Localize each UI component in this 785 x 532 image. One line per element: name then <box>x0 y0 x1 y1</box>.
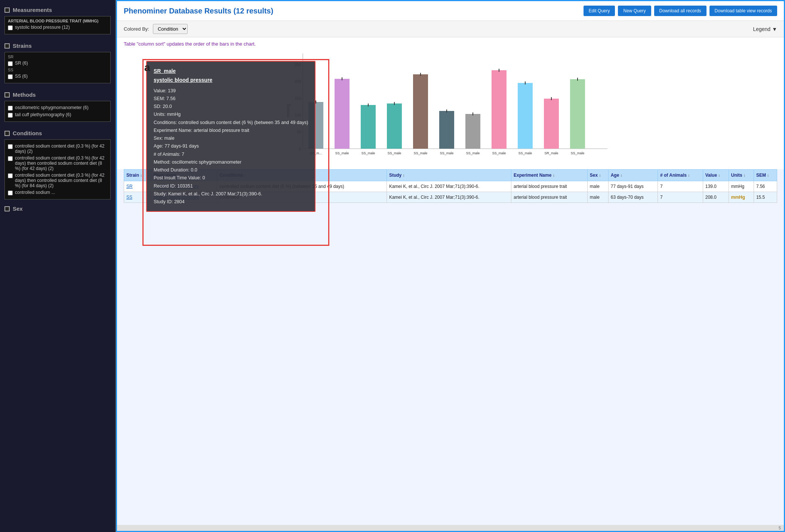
measurements-checkbox-icon <box>4 7 10 13</box>
cell-value-0: 139.0 <box>703 181 729 192</box>
tooltip-num-animals: # of Animals: 7 <box>154 151 308 158</box>
svg-text:SS_male: SS_male <box>335 151 349 155</box>
measurement-checkbox-systolic[interactable] <box>8 25 13 30</box>
svg-text:SS_male: SS_male <box>492 151 506 155</box>
chevron-down-icon: ▼ <box>772 26 777 32</box>
strain-sr-item[interactable]: SR (6) <box>8 61 107 66</box>
legend-button[interactable]: Legend ▼ <box>753 26 777 32</box>
methods-checkbox-icon <box>4 92 10 98</box>
edit-query-button[interactable]: Edit Query <box>584 6 615 16</box>
sr-label: SR <box>8 55 107 59</box>
tooltip-experiment-name: Experiment Name: arterial blood pressure… <box>154 127 308 134</box>
strains-section: Strains SR SR (6) SS SS (6) <box>0 40 115 89</box>
strain-ss-item[interactable]: SS (6) <box>8 74 107 79</box>
tooltip-sex: Sex: male <box>154 134 308 142</box>
strain-link-0[interactable]: SR <box>126 184 133 189</box>
col-study[interactable]: Study ↕ <box>387 170 511 181</box>
chart-label-a: a <box>144 62 150 74</box>
bar-8[interactable] <box>518 83 533 149</box>
cell-numanimals-0: 7 <box>658 181 703 192</box>
svg-text:SS_male: SS_male <box>361 151 375 155</box>
condition-checkbox-1[interactable] <box>8 156 13 161</box>
methods-box: oscillometric sphygmomanometer (6) tail … <box>4 101 111 122</box>
download-table-button[interactable]: Download table view records <box>709 6 777 16</box>
sidebar: Measurements ARTERIAL BLOOD PRESSURE TRA… <box>0 0 116 532</box>
svg-text:SS_male: SS_male <box>518 151 532 155</box>
strain-ss-checkbox[interactable] <box>8 74 13 79</box>
tooltip-record-id: Record ID: 103351 <box>154 182 308 190</box>
condition-checkbox-2[interactable] <box>8 173 13 178</box>
bar-9[interactable] <box>544 99 559 149</box>
measurements-section: Measurements ARTERIAL BLOOD PRESSURE TRA… <box>0 4 115 40</box>
bar-4[interactable] <box>413 74 428 149</box>
tooltip-study: Study: Kamei K, et al., Circ J. 2007 Mar… <box>154 190 308 198</box>
method-tailcuff-checkbox[interactable] <box>8 113 13 118</box>
condition-item-3[interactable]: controlled sodium ... <box>8 190 107 195</box>
bar-6[interactable] <box>465 114 480 149</box>
bar-1[interactable] <box>335 79 350 149</box>
main-panel: Phenominer Database Results (12 results)… <box>116 0 785 532</box>
cell-age-0: 77 days-91 days <box>608 181 658 192</box>
col-units[interactable]: Units ↕ <box>729 170 754 181</box>
strains-title: Strains <box>4 43 111 49</box>
bar-10[interactable] <box>570 79 585 149</box>
conditions-checkbox-icon <box>4 131 10 136</box>
bottom-bar: 5 <box>117 525 784 531</box>
conditions-title: Conditions <box>4 130 111 136</box>
bar-5[interactable] <box>439 111 454 149</box>
tooltip-value: Value: 139 <box>154 87 308 95</box>
condition-checkbox-0[interactable] <box>8 144 13 149</box>
cell-sex-1: male <box>587 192 608 203</box>
cell-sem-1: 15.5 <box>754 192 777 203</box>
sex-title: Sex <box>4 205 111 212</box>
cell-age-1: 63 days-70 days <box>608 192 658 203</box>
chart-container: a mmHg 0 50 100 150 200 250 <box>124 50 777 169</box>
chart-toolbar: Colored By: Condition Legend ▼ <box>117 21 784 37</box>
tooltip-post-insult: Post Insult Time Value: 0 <box>154 174 308 182</box>
method-oscillometric-checkbox[interactable] <box>8 106 13 111</box>
tooltip-conditions: Conditions: controlled sodium content di… <box>154 119 308 127</box>
svg-text:SS_male: SS_male <box>466 151 480 155</box>
cell-units-1: mmHg <box>729 192 754 203</box>
col-sex[interactable]: Sex ↕ <box>587 170 608 181</box>
bar-2[interactable] <box>361 105 376 149</box>
chart-note: Table "column sort" updates the order of… <box>124 41 777 47</box>
download-all-button[interactable]: Download all records <box>654 6 706 16</box>
tooltip-title: SR_male systolic blood pressure <box>154 67 308 85</box>
col-age[interactable]: Age ↕ <box>608 170 658 181</box>
bar-3[interactable] <box>387 103 402 149</box>
condition-item-1[interactable]: controlled sodium content diet (0.3 %) (… <box>8 155 107 171</box>
new-query-button[interactable]: New Query <box>618 6 651 16</box>
colored-by-select[interactable]: Condition <box>153 24 188 34</box>
svg-text:SS_male: SS_male <box>414 151 428 155</box>
page-number: 5 <box>779 526 781 530</box>
conditions-scroll-list[interactable]: controlled sodium content diet (0.3 %) (… <box>4 139 111 200</box>
colored-by-label: Colored By: <box>124 26 149 32</box>
strains-box: SR SR (6) SS SS (6) <box>4 52 111 83</box>
svg-text:SS_male: SS_male <box>388 151 401 155</box>
condition-checkbox-3[interactable] <box>8 191 13 195</box>
strain-link-1[interactable]: SS <box>126 195 132 200</box>
tooltip-method-duration: Method Duration: 0.0 <box>154 166 308 174</box>
measurement-item-systolic[interactable]: systolic blood pressure (12) <box>8 25 107 30</box>
svg-text:SS_male: SS_male <box>440 151 454 155</box>
cell-experiment-0: arterial blood pressure trait <box>511 181 587 192</box>
col-experiment-name[interactable]: Experiment Name ↕ <box>511 170 587 181</box>
cell-units-0: mmHg <box>729 181 754 192</box>
col-value[interactable]: Value ↕ <box>703 170 729 181</box>
method-oscillometric-item[interactable]: oscillometric sphygmomanometer (6) <box>8 105 107 111</box>
method-tailcuff-item[interactable]: tail cuff plethysmography (6) <box>8 112 107 118</box>
cell-experiment-1: arterial blood pressure trait <box>511 192 587 203</box>
strains-checkbox-icon <box>4 43 10 49</box>
cell-value-1: 208.0 <box>703 192 729 203</box>
col-num-animals[interactable]: # of Animals ↕ <box>658 170 703 181</box>
strain-sr-checkbox[interactable] <box>8 61 13 66</box>
col-sem[interactable]: SEM ↕ <box>754 170 777 181</box>
condition-item-0[interactable]: controlled sodium content diet (0.3 %) (… <box>8 143 107 154</box>
cell-sex-0: male <box>587 181 608 192</box>
header-buttons: Edit Query New Query Download all record… <box>584 6 777 16</box>
condition-item-2[interactable]: controlled sodium content diet (0.3 %) (… <box>8 173 107 188</box>
results-table-area: Strain ↕ Phenotype ↕ Conditions ↕ Study … <box>117 169 784 525</box>
cell-numanimals-1: 7 <box>658 192 703 203</box>
bar-7[interactable] <box>492 70 507 149</box>
